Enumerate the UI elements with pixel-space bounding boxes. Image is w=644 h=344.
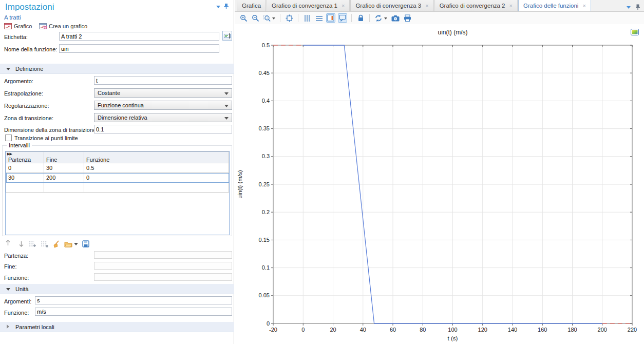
tab-label: Grafico di convergenza 2: [440, 3, 505, 9]
y-grid-button[interactable]: [314, 13, 324, 23]
print-button[interactable]: [403, 13, 412, 23]
start-field-input[interactable]: [94, 251, 232, 259]
load-from-file-button[interactable]: [64, 241, 78, 247]
svg-text:uin(t) (m/s): uin(t) (m/s): [438, 29, 468, 36]
extrapolation-select[interactable]: Costante: [94, 88, 232, 98]
end-field-label: Fine:: [4, 263, 16, 270]
rename-icon: [224, 33, 231, 39]
function-field-input[interactable]: [94, 273, 232, 281]
end-field-input[interactable]: [94, 262, 232, 270]
tab-close-icon[interactable]: ×: [582, 3, 585, 9]
smoothing-select[interactable]: Funzione continua: [94, 101, 232, 110]
tab-grafico-di-convergenza-3[interactable]: Grafico di convergenza 3×: [350, 0, 433, 11]
tab-grafico-delle-funzioni[interactable]: Grafico delle funzioni×: [518, 0, 591, 11]
label-input[interactable]: [59, 32, 219, 41]
table-cell[interactable]: 200: [44, 173, 84, 183]
zoom-in-button[interactable]: [239, 13, 248, 23]
units-arguments-label: Argomenti:: [4, 298, 31, 304]
table-header-row: ▶▶PartenzaFineFunzione: [6, 152, 229, 163]
section-parametri-locali[interactable]: Parametri locali: [0, 322, 234, 332]
plot-area[interactable]: -2002040608010012014016018020022000.050.…: [235, 24, 644, 344]
section-unita[interactable]: Unità: [0, 284, 234, 294]
svg-text:0.4: 0.4: [262, 98, 270, 104]
label-field-label: Etichetta:: [4, 34, 28, 40]
tab-close-icon[interactable]: ×: [425, 3, 428, 9]
table-cell[interactable]: 0.5: [84, 163, 229, 173]
smoothing-select-value: Funzione continua: [98, 102, 144, 108]
table-cell[interactable]: 0: [6, 163, 44, 173]
node-breadcrumb-link[interactable]: A tratti: [4, 14, 21, 21]
tabbar-pin-icon[interactable]: [636, 4, 640, 10]
section-definizione[interactable]: Definizione: [0, 64, 234, 74]
column-header-fine[interactable]: Fine: [44, 152, 84, 163]
svg-text:180: 180: [567, 327, 577, 333]
lock-axes-button[interactable]: [356, 13, 365, 23]
zoom-out-button[interactable]: [251, 13, 260, 23]
table-cell[interactable]: 30: [6, 173, 44, 183]
create-plot-button[interactable]: Crea un grafico: [39, 22, 87, 30]
transition-zone-select-value: Dimensione relativa: [98, 114, 147, 121]
save-to-file-button[interactable]: [82, 240, 89, 247]
table-cell[interactable]: 0: [84, 173, 229, 183]
transition-size-input[interactable]: [94, 125, 232, 133]
collapse-triangle-icon: [6, 68, 10, 70]
x-grid-button[interactable]: [302, 13, 312, 23]
section-definizione-title: Definizione: [15, 66, 43, 72]
svg-text:t (s): t (s): [448, 335, 458, 341]
delete-row-button[interactable]: [41, 240, 49, 247]
color-legend-toggle[interactable]: [326, 13, 335, 23]
argument-input[interactable]: [94, 76, 232, 85]
column-header-partenza[interactable]: ▶▶Partenza: [6, 152, 44, 163]
svg-text:120: 120: [478, 327, 487, 333]
svg-text:140: 140: [508, 327, 517, 333]
move-down-button[interactable]: [18, 240, 24, 247]
graphics-tab-bar: GraficaGrafico di convergenza 1×Grafico …: [235, 0, 644, 12]
tab-close-icon[interactable]: ×: [509, 3, 513, 9]
transition-endpoints-checkbox[interactable]: [5, 135, 12, 141]
table-row[interactable]: 0300.5: [6, 163, 229, 173]
panel-menu-chevron-down-icon[interactable]: [216, 6, 220, 8]
function-name-input[interactable]: [59, 44, 219, 53]
tab-grafica[interactable]: Grafica: [237, 0, 266, 11]
plot-window-icon[interactable]: [631, 29, 639, 35]
column-header-funzione[interactable]: Funzione: [84, 152, 229, 163]
units-function-input[interactable]: [35, 308, 232, 316]
intervals-table-container[interactable]: ▶▶PartenzaFineFunzione0300.5302000: [5, 151, 230, 235]
pin-icon[interactable]: [224, 3, 229, 10]
rename-button[interactable]: [222, 31, 232, 41]
tab-grafico-di-convergenza-1[interactable]: Grafico di convergenza 1×: [267, 0, 350, 11]
tab-label: Grafica: [242, 3, 261, 9]
tab-close-icon[interactable]: ×: [342, 3, 345, 9]
tabbar-menu-chevron-down-icon[interactable]: [627, 6, 631, 9]
plot-button-icon: [4, 23, 12, 29]
clear-table-button[interactable]: [53, 240, 60, 248]
graphics-panel: GraficaGrafico di convergenza 1×Grafico …: [235, 0, 644, 344]
tab-grafico-di-convergenza-2[interactable]: Grafico di convergenza 2×: [434, 0, 518, 11]
panel-title: Impostazioni: [5, 2, 54, 12]
units-arguments-input[interactable]: [35, 296, 232, 304]
svg-text:0.35: 0.35: [259, 125, 270, 131]
svg-text:200: 200: [598, 327, 607, 333]
svg-text:160: 160: [538, 327, 547, 333]
svg-text:0.3: 0.3: [262, 153, 270, 159]
move-up-button[interactable]: [5, 239, 14, 249]
svg-text:20: 20: [330, 327, 336, 333]
snapshot-camera-button[interactable]: [391, 13, 400, 23]
svg-text:60: 60: [390, 327, 396, 333]
table-row-empty[interactable]: [6, 183, 229, 193]
plot-button[interactable]: Grafico: [4, 22, 32, 30]
table-row[interactable]: 302000: [6, 173, 229, 183]
svg-text:40: 40: [360, 327, 366, 333]
collapse-triangle-icon: [6, 288, 10, 291]
svg-text:0: 0: [267, 320, 270, 327]
zoom-extents-button[interactable]: [285, 13, 294, 23]
add-row-button[interactable]: [28, 240, 36, 247]
chevron-down-icon: [224, 92, 229, 95]
intervals-table[interactable]: ▶▶PartenzaFineFunzione0300.5302000: [6, 151, 229, 193]
units-function-label: Funzione:: [4, 310, 29, 316]
update-plot-button[interactable]: [374, 13, 388, 23]
zoom-box-button[interactable]: [262, 13, 276, 23]
table-cell[interactable]: 30: [44, 163, 84, 173]
transition-zone-select[interactable]: Dimensione relativa: [94, 113, 232, 122]
plot-tooltip-toggle[interactable]: [338, 13, 347, 23]
